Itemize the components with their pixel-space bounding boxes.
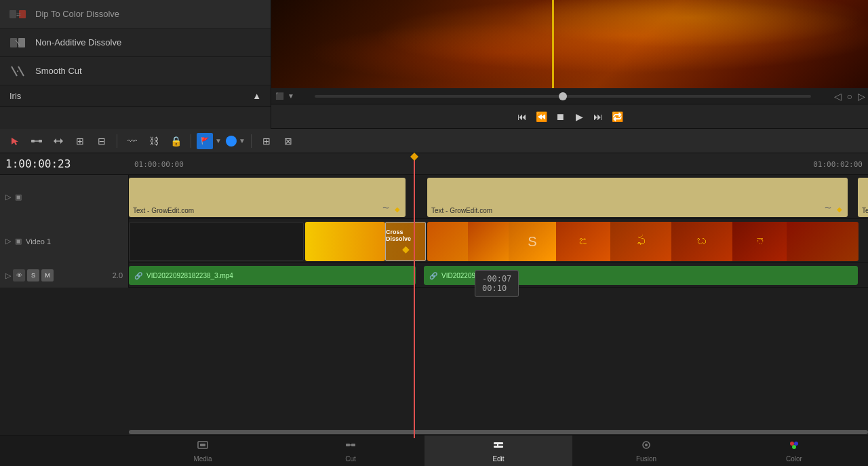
color-marker-dropdown[interactable]: ▼ — [239, 137, 245, 144]
bottom-nav: Media Cut Edit Fusion — [0, 435, 868, 466]
svg-rect-4 — [18, 38, 25, 47]
nav-fusion-label: Fusion — [636, 455, 656, 463]
nav-circle-icon[interactable]: ○ — [844, 91, 855, 102]
slip-slide-btn[interactable]: ⊟ — [92, 132, 111, 151]
color-marker-group: ▼ — [226, 136, 245, 147]
loop-btn[interactable]: 🔁 — [609, 109, 625, 125]
text-clip-1[interactable]: Text - GrowEdit.com 〜 ◆ — [129, 178, 406, 217]
audio-mute-btn[interactable]: M — [41, 269, 54, 281]
cut-icon — [344, 439, 357, 454]
nav-next-icon[interactable]: ▷ — [855, 91, 868, 102]
audio-solo-btn[interactable]: S — [27, 269, 39, 281]
nav-media[interactable]: Media — [129, 435, 277, 466]
text-clip-3[interactable]: Text - Basic Title — [858, 178, 868, 217]
svg-rect-0 — [9, 10, 16, 18]
non-additive-icon — [8, 33, 27, 52]
inspector-btn[interactable]: ⊞ — [257, 132, 276, 151]
text-clip-3-label: Text - Basic Title — [862, 207, 868, 214]
color-icon — [788, 439, 800, 454]
fire-clips-container: S జ ఫ బ ా — [427, 222, 859, 261]
trim-tool-btn[interactable] — [27, 132, 46, 151]
fire-thumb-3: S — [509, 222, 556, 261]
smooth-cut-label: Smooth Cut — [35, 66, 82, 76]
tooltip-time-neg: -00:07 — [482, 274, 511, 284]
video1-track-header: ▷ ▣ Video 1 — [0, 219, 129, 263]
timeline-scrollbar[interactable] — [129, 429, 868, 435]
flag-btn[interactable]: 🚩 — [197, 133, 213, 149]
ruler-start-time: 01:00:00:00 — [134, 159, 184, 168]
play-btn[interactable]: ▶ — [571, 109, 587, 125]
transition-smooth-cut[interactable]: Smooth Cut — [0, 57, 271, 85]
dynamic-trim-btn[interactable] — [49, 132, 68, 151]
select-tool-btn[interactable] — [5, 132, 24, 151]
timecode-display: 1:00:00:23 — [0, 157, 129, 170]
audio-clip-2-link-icon: 🔗 — [429, 272, 437, 279]
scrubber-thumb — [559, 92, 567, 100]
svg-rect-17 — [200, 444, 205, 446]
toolbar-sep-3 — [251, 134, 252, 148]
timeline-ruler[interactable]: 01:00:00:00 01:00:02:00 — [129, 153, 868, 174]
fire-thumb-4: జ — [556, 222, 610, 261]
svg-rect-23 — [497, 444, 498, 446]
color-marker-btn[interactable] — [226, 136, 237, 147]
text-track-header: ▷ ▣ — [0, 175, 129, 219]
edit-icon — [492, 439, 505, 454]
audio-track-header: ▷ 👁 S M 2.0 — [0, 263, 129, 288]
curve-tool-btn[interactable]: 〰 — [123, 132, 142, 151]
nav-edit-label: Edit — [492, 455, 504, 463]
skip-to-start-btn[interactable]: ⏮ — [514, 109, 530, 125]
transition-dip-to-color-label: Dip To Color Dissolve — [35, 9, 119, 19]
blade-tool-btn[interactable]: ⊞ — [71, 132, 90, 151]
audio-expand-icon[interactable]: ▷ — [5, 271, 11, 280]
flag-dropdown-btn[interactable]: ▼ — [215, 137, 222, 144]
nav-fusion[interactable]: Fusion — [572, 435, 720, 466]
audio-track-number: 2.0 — [113, 271, 123, 279]
nav-edit[interactable]: Edit — [425, 435, 572, 466]
nav-prev-icon[interactable]: ◁ — [831, 91, 844, 102]
tooltip-popup: -00:07 00:10 — [475, 270, 519, 297]
transition-non-additive[interactable]: Non-Additive Dissolve — [0, 28, 271, 57]
audio-clip-1[interactable]: 🔗 VID20220928182238_3.mp4 — [129, 266, 416, 285]
tracks-container: ▷ ▣ Text - GrowEdit.com 〜 ◆ Text - GrowE… — [0, 175, 868, 435]
toolbar-sep-2 — [191, 134, 191, 148]
text-clip-2[interactable]: Text - GrowEdit.com 〜 ◆ — [427, 178, 848, 217]
yellow-clip[interactable] — [305, 222, 385, 261]
skip-to-end-btn[interactable]: ⏭ — [590, 109, 606, 125]
scrubber-track[interactable] — [315, 95, 811, 98]
svg-rect-3 — [10, 38, 17, 47]
cross-dissolve-label: Cross Dissolve — [386, 229, 425, 242]
iris-label: Iris — [9, 91, 21, 101]
black-clip[interactable] — [129, 222, 304, 261]
scrubber-dropdown[interactable]: ▼ — [288, 92, 294, 100]
text-clip-1-label: Text - GrowEdit.com — [133, 207, 194, 214]
audio-monitor-btn[interactable]: 👁 — [13, 269, 25, 281]
flag-group: 🚩 ▼ — [197, 133, 222, 149]
audio-track-row: ▷ 👁 S M 2.0 🔗 VID20220928182238_3.mp4 🔗 … — [0, 263, 868, 288]
fire-thumb-1 — [427, 222, 468, 261]
text-track-content: Text - GrowEdit.com 〜 ◆ Text - GrowEdit.… — [129, 175, 868, 218]
transition-dip-to-color[interactable]: ⇌ Dip To Color Dissolve — [0, 0, 271, 28]
svg-rect-18 — [346, 444, 350, 446]
cross-dissolve-transition[interactable]: Cross Dissolve ◆ — [385, 222, 426, 261]
tooltip-time-pos: 00:10 — [482, 284, 511, 293]
step-back-btn[interactable]: ⏪ — [533, 109, 549, 125]
nav-cut[interactable]: Cut — [277, 435, 425, 466]
audio-clip-1-label: VID20220928182238_3.mp4 — [146, 272, 233, 279]
video1-expand-icon[interactable]: ▷ — [5, 237, 11, 246]
text-track-expand-icon[interactable]: ▷ — [5, 193, 11, 201]
clip2-wave-icon: 〜 — [825, 203, 831, 213]
iris-chevron-icon: ▲ — [252, 91, 261, 101]
clip2-keyframe-icon: ◆ — [837, 206, 842, 213]
effects-btn[interactable]: ⊠ — [279, 132, 298, 151]
link-tool-btn[interactable]: ⛓ — [144, 132, 163, 151]
stop-btn[interactable]: ⏹ — [552, 109, 568, 125]
scrubber-bar[interactable]: ⬛ ▼ ◁ ○ ▷ — [271, 88, 868, 104]
scrollbar-thumb[interactable] — [129, 430, 868, 434]
fusion-icon — [640, 439, 652, 454]
toolbar-sep-1 — [117, 134, 117, 148]
fire-thumb-5: ఫ — [610, 222, 671, 261]
iris-section-header[interactable]: Iris ▲ — [0, 85, 271, 107]
nav-color[interactable]: Color — [720, 435, 868, 466]
lock-tool-btn[interactable]: 🔒 — [166, 132, 185, 151]
transitions-panel: ⇌ Dip To Color Dissolve Non-Additive Dis… — [0, 0, 271, 136]
